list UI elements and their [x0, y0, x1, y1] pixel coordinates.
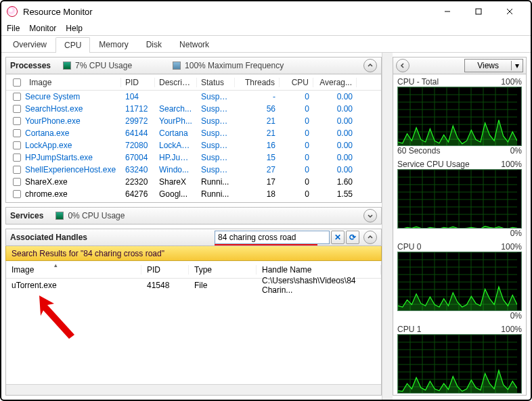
graph-title: CPU 0 — [397, 242, 421, 252]
window-title: Resource Monitor — [23, 7, 432, 17]
h-scrollbar[interactable] — [6, 384, 381, 395]
handle-image: uTorrent.exe — [6, 281, 141, 290]
col-image[interactable]: Image — [29, 78, 51, 87]
tab-disk[interactable]: Disk — [137, 37, 171, 52]
process-row[interactable]: Secure System104Suspe...-00.00 — [6, 91, 381, 103]
graph-foot-left: 60 Seconds — [397, 146, 440, 156]
row-checkbox[interactable] — [13, 154, 21, 162]
refresh-search-button[interactable]: ⟳ — [346, 231, 359, 244]
row-checkbox[interactable] — [13, 178, 21, 186]
menu-help[interactable]: Help — [66, 24, 83, 33]
svg-rect-1 — [476, 9, 481, 14]
col-avg[interactable]: Averag... — [313, 78, 357, 87]
processes-title: Processes — [10, 61, 51, 70]
process-row[interactable]: Cortana.exe64144CortanaSuspe...2100.00 — [6, 127, 381, 139]
graph-pct: 100% — [501, 77, 522, 87]
row-checkbox[interactable] — [13, 166, 21, 174]
services-expand-button[interactable] — [363, 209, 377, 222]
handles-collapse-button[interactable] — [363, 231, 377, 244]
views-label: Views — [465, 61, 512, 70]
tab-memory[interactable]: Memory — [90, 37, 137, 52]
menu-file[interactable]: File — [7, 24, 20, 33]
freq-label: 100% Maximum Frequency — [185, 61, 284, 70]
graph-pct: 100% — [501, 325, 522, 334]
svc-usage-icon — [56, 212, 64, 220]
tabbar: Overview CPU Memory Disk Network — [1, 35, 531, 53]
row-checkbox[interactable] — [13, 141, 21, 149]
tab-network[interactable]: Network — [171, 37, 218, 52]
tab-overview[interactable]: Overview — [4, 37, 56, 52]
handles-search-input[interactable] — [215, 231, 330, 244]
hcol-type[interactable]: Type — [189, 265, 257, 275]
graph-foot-right: 0% — [510, 311, 522, 321]
graph-pct: 100% — [501, 242, 522, 252]
app-icon — [7, 6, 18, 17]
menu-monitor[interactable]: Monitor — [29, 24, 56, 33]
cpu-usage-icon — [63, 62, 71, 70]
services-title: Services — [10, 211, 43, 220]
hcol-name[interactable]: Handle Name — [257, 265, 381, 275]
sort-asc-icon: ▴ — [54, 262, 58, 268]
tab-cpu[interactable]: CPU — [56, 37, 90, 53]
handle-row[interactable]: uTorrent.exe 41548 File C:\Users\shash\V… — [6, 279, 381, 292]
handles-table: Image▴ PID Type Handle Name uTorrent.exe… — [5, 261, 382, 396]
select-all-checkbox[interactable] — [13, 78, 21, 87]
cpu-graph — [397, 252, 522, 311]
clear-search-button[interactable]: ✕ — [331, 231, 345, 244]
process-row[interactable]: LockApp.exe72080LockAp...Suspe...1600.00 — [6, 139, 381, 151]
col-desc[interactable]: Descrip... — [155, 78, 197, 87]
row-checkbox[interactable] — [13, 190, 21, 198]
search-results-band: Search Results for "84 charing cross roa… — [5, 246, 382, 261]
cpu-graph — [397, 334, 522, 394]
process-row[interactable]: ShellExperienceHost.exe63240Windo...Susp… — [6, 164, 381, 176]
minimize-button[interactable] — [432, 1, 463, 22]
row-checkbox[interactable] — [13, 129, 21, 137]
col-pid[interactable]: PID — [121, 78, 155, 87]
close-button[interactable] — [494, 1, 525, 22]
processes-collapse-button[interactable] — [363, 59, 377, 72]
col-threads[interactable]: Threads — [235, 78, 280, 87]
titlebar: Resource Monitor — [1, 1, 531, 22]
menubar: File Monitor Help — [1, 22, 531, 35]
services-header[interactable]: Services 0% CPU Usage — [5, 207, 382, 225]
process-row[interactable]: HPJumpStarts.exe67004HP.Jum...Suspe...15… — [6, 151, 381, 164]
maximize-button[interactable] — [463, 1, 494, 22]
process-row[interactable]: ShareX.exe22320ShareXRunni...1701.60 — [6, 176, 381, 188]
process-row[interactable]: chrome.exe64276Googl...Runni...1801.55 — [6, 188, 381, 200]
graph-foot-right: 0% — [510, 146, 522, 156]
graph-title: CPU 1 — [397, 325, 421, 334]
freq-icon — [173, 62, 181, 70]
handles-title: Associated Handles — [10, 233, 87, 242]
graph-foot-right: 0% — [510, 229, 522, 238]
cpu-graph — [397, 87, 522, 146]
process-row[interactable]: YourPhone.exe29972YourPh...Suspe...2100.… — [6, 115, 381, 127]
graph-title: CPU - Total — [397, 77, 439, 87]
hcol-image[interactable]: Image▴ — [6, 265, 141, 275]
row-checkbox[interactable] — [13, 93, 21, 101]
col-status[interactable]: Status — [197, 78, 235, 87]
cpu-usage-label: 7% CPU Usage — [75, 61, 132, 70]
hcol-pid[interactable]: PID — [141, 265, 189, 275]
processes-header[interactable]: Processes 7% CPU Usage 100% Maximum Freq… — [5, 57, 382, 74]
row-checkbox[interactable] — [13, 117, 21, 125]
row-checkbox[interactable] — [13, 105, 21, 113]
process-row[interactable]: SearchHost.exe11712Search...Suspe...5600… — [6, 103, 381, 115]
handles-header[interactable]: Associated Handles ✕ ⟳ — [5, 229, 382, 246]
left-v-scrollbar[interactable] — [382, 53, 393, 400]
svc-usage-label: 0% CPU Usage — [68, 211, 125, 220]
graph-pct: 100% — [501, 160, 522, 169]
cpu-graph — [397, 169, 522, 229]
graphs-header: Views ▾ — [393, 57, 527, 74]
col-cpu[interactable]: CPU — [280, 78, 313, 87]
handle-pid: 41548 — [141, 281, 189, 290]
graph-title: Service CPU Usage — [397, 160, 470, 169]
views-button[interactable]: Views ▾ — [464, 59, 523, 72]
processes-columns: Image PID Descrip... Status Threads CPU … — [6, 74, 381, 91]
processes-table: Image PID Descrip... Status Threads CPU … — [5, 74, 382, 203]
chevron-down-icon: ▾ — [512, 61, 523, 70]
graphs-collapse-button[interactable] — [396, 59, 409, 72]
handle-type: File — [189, 281, 257, 290]
